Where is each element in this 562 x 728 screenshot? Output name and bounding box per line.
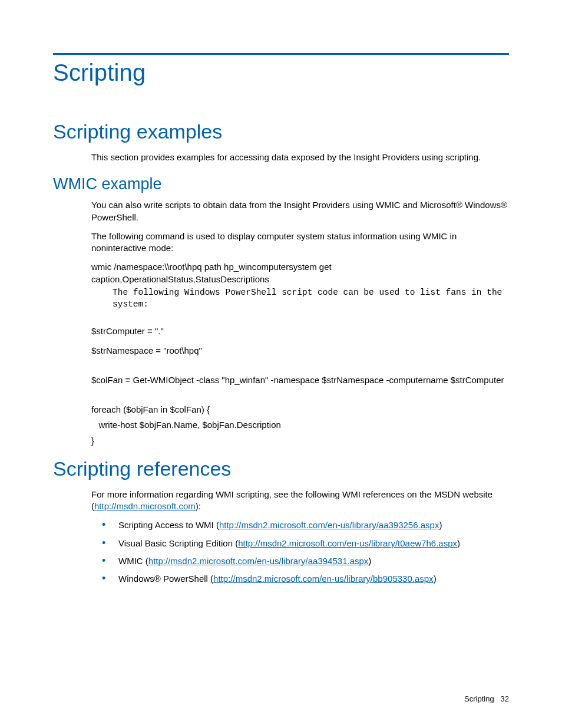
- top-rule: [53, 53, 509, 55]
- paragraph: This section provides examples for acces…: [91, 151, 509, 163]
- ps-line: }: [91, 435, 509, 447]
- text: Visual Basic Scripting Edition (: [118, 538, 238, 548]
- list-item: Visual Basic Scripting Edition (http://m…: [102, 538, 509, 549]
- page-footer: Scripting 32: [464, 694, 509, 703]
- link-reference[interactable]: http://msdn2.microsoft.com/en-us/library…: [238, 538, 457, 548]
- paragraph: The following command is used to display…: [91, 230, 509, 255]
- footer-section: Scripting: [464, 694, 494, 703]
- ps-line: $strNamespace = "root\hpq": [91, 345, 509, 357]
- section-body: For more information regarding WMI scrip…: [91, 489, 509, 585]
- footer-page-number: 32: [501, 694, 509, 703]
- page-title: Scripting: [53, 60, 509, 86]
- command-line: wmic /namespace:\\root\hpq path hp_winco…: [91, 261, 509, 273]
- text: ): [368, 556, 371, 566]
- mono-note: The following Windows PowerShell script …: [113, 286, 509, 311]
- subsection-body: You can also write scripts to obtain dat…: [91, 199, 509, 447]
- list-item: WMIC (http://msdn2.microsoft.com/en-us/l…: [102, 555, 509, 567]
- link-msdn[interactable]: http://msdn.microsoft.com: [94, 501, 196, 511]
- section-body: This section provides examples for acces…: [91, 151, 509, 163]
- text: ): [434, 574, 437, 584]
- text: WMIC (: [118, 556, 148, 566]
- text: Scripting Access to WMI (: [118, 520, 219, 530]
- list-item: Windows® PowerShell (http://msdn2.micros…: [102, 573, 509, 585]
- ps-line: $colFan = Get-WMIObject -class "hp_winfa…: [91, 374, 509, 386]
- link-reference[interactable]: http://msdn2.microsoft.com/en-us/library…: [213, 574, 434, 584]
- ps-line: write-host $objFan.Name, $objFan.Descrip…: [91, 419, 509, 431]
- ps-line: foreach ($objFan in $colFan) {: [91, 404, 509, 416]
- paragraph: You can also write scripts to obtain dat…: [91, 199, 509, 223]
- link-reference[interactable]: http://msdn2.microsoft.com/en-us/library…: [148, 556, 369, 566]
- text: ):: [196, 501, 201, 511]
- document-page: Scripting Scripting examples This sectio…: [0, 0, 562, 728]
- heading-scripting-references: Scripting references: [53, 457, 509, 480]
- text: ): [457, 538, 460, 548]
- heading-scripting-examples: Scripting examples: [53, 120, 509, 143]
- ps-line: $strComputer = ".": [91, 325, 509, 337]
- reference-list: Scripting Access to WMI (http://msdn2.mi…: [102, 519, 509, 585]
- paragraph: For more information regarding WMI scrip…: [91, 489, 509, 513]
- command-line: caption,OperationalStatus,StatusDescript…: [91, 274, 509, 285]
- heading-wmic-example: WMIC example: [53, 175, 509, 193]
- text: ): [439, 520, 442, 530]
- list-item: Scripting Access to WMI (http://msdn2.mi…: [102, 519, 509, 531]
- link-reference[interactable]: http://msdn2.microsoft.com/en-us/library…: [219, 520, 439, 530]
- text: Windows® PowerShell (: [118, 574, 213, 584]
